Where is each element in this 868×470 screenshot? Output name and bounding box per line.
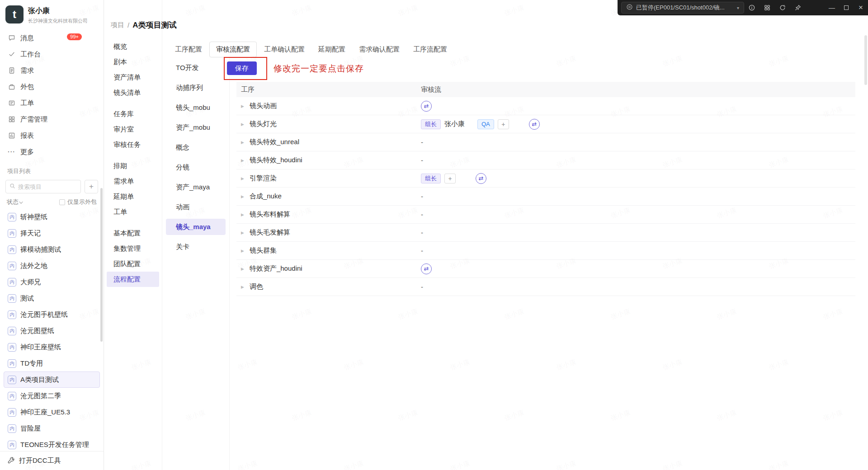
subnav-item[interactable]: TO开发 <box>166 60 226 76</box>
expand-caret-icon[interactable]: ▶ <box>241 176 244 181</box>
menu-item[interactable]: 排期 <box>107 158 159 174</box>
menu-item[interactable]: 团队配置 <box>107 256 159 272</box>
expand-caret-icon[interactable]: ▶ <box>241 122 244 127</box>
project-item[interactable]: 内大师兄 <box>4 274 100 290</box>
nav-item[interactable]: ···更多 <box>0 144 104 160</box>
add-approver-button[interactable]: + <box>498 119 509 129</box>
project-item[interactable]: 内神印王座壁纸 <box>4 339 100 355</box>
minimize-button[interactable]: — <box>825 0 839 15</box>
nav-item[interactable]: 工单 <box>0 95 104 111</box>
nav-item[interactable]: 外包 <box>0 79 104 95</box>
menu-item[interactable]: 延期单 <box>107 189 159 204</box>
subnav-item[interactable]: 概念 <box>166 139 226 155</box>
nav-item[interactable]: 报表 <box>0 127 104 144</box>
report-icon <box>8 132 15 140</box>
menu-item[interactable]: 需求单 <box>107 174 159 189</box>
project-item[interactable]: 内斩神壁纸 <box>4 209 100 225</box>
nav-item-label: 工单 <box>20 99 34 108</box>
only-outsource-checkbox[interactable] <box>59 199 65 205</box>
expand-caret-icon[interactable]: ▶ <box>241 267 244 271</box>
refresh-icon[interactable] <box>775 0 790 15</box>
nav-item-label: 外包 <box>20 83 34 91</box>
render-status-dropdown[interactable]: 已暂停(EP001/SC01/shot002/镜... ▾ <box>621 2 744 14</box>
subnav-item[interactable]: 动画 <box>166 199 226 215</box>
subnav-item[interactable]: 关卡 <box>166 239 226 255</box>
nav-item[interactable]: 需求 <box>0 62 104 79</box>
project-item[interactable]: 内沧元图壁纸 <box>4 323 100 339</box>
maximize-button[interactable] <box>839 0 854 15</box>
menu-item[interactable]: 基本配置 <box>107 226 159 241</box>
save-button[interactable]: 保存 <box>227 61 257 75</box>
expand-caret-icon[interactable]: ▶ <box>241 194 244 199</box>
content-scrollbar[interactable] <box>864 35 867 85</box>
flow-switch-icon[interactable]: ⇄ <box>476 173 486 184</box>
tab[interactable]: 需求确认配置 <box>353 42 406 57</box>
process-group-nav: TO开发动捕序列镜头_mobu资产_mobu概念分镜资产_maya动画镜头_ma… <box>162 56 230 470</box>
project-item[interactable]: 内沧元图手机壁纸 <box>4 306 100 323</box>
add-project-button[interactable]: + <box>85 180 98 193</box>
flow-switch-icon[interactable]: ⇄ <box>421 101 432 112</box>
project-item[interactable]: 内TEONES开发任务管理 <box>4 437 100 453</box>
flow-switch-icon[interactable]: ⇄ <box>421 263 432 274</box>
project-item[interactable]: 内裸模动捕测试 <box>4 241 100 258</box>
project-item[interactable]: 内神印王座_UE5.3 <box>4 404 100 420</box>
project-item[interactable]: 内测试 <box>4 290 100 306</box>
tab[interactable]: 审核流配置 <box>209 42 257 57</box>
role-tag[interactable]: 组长 <box>421 174 441 183</box>
subnav-item[interactable]: 资产_mobu <box>166 119 226 136</box>
open-dcc-tools-button[interactable]: 打开DCC工具 <box>0 451 104 470</box>
menu-item[interactable]: 工单 <box>107 204 159 220</box>
subnav-item[interactable]: 镜头_mobu <box>166 99 226 116</box>
project-search-input[interactable] <box>18 183 77 190</box>
subnav-item[interactable]: 镜头_maya <box>166 219 226 235</box>
project-search[interactable] <box>5 180 81 193</box>
project-item[interactable]: 内沧元图第二季 <box>4 388 100 404</box>
role-tag[interactable]: 组长 <box>421 119 441 129</box>
project-item[interactable]: 内法外之地 <box>4 258 100 274</box>
nav-item[interactable]: 产需管理 <box>0 111 104 127</box>
role-tag[interactable]: QA <box>477 119 494 129</box>
close-button[interactable]: × <box>854 0 868 15</box>
info-icon[interactable] <box>744 0 760 15</box>
sidebar-scrollbar[interactable] <box>100 188 103 342</box>
only-outsource-filter[interactable]: 仅显示外包 <box>59 198 97 206</box>
menu-item[interactable]: 集数管理 <box>107 241 159 256</box>
menu-item[interactable]: 镜头清单 <box>107 85 159 100</box>
apps-icon[interactable] <box>760 0 775 15</box>
breadcrumb-root[interactable]: 项目 <box>111 21 124 29</box>
flow-switch-icon[interactable]: ⇄ <box>529 119 540 130</box>
menu-item[interactable]: 资产清单 <box>107 70 159 85</box>
window-topbar: 已暂停(EP001/SC01/shot002/镜... ▾ — × <box>618 0 868 15</box>
subnav-item[interactable]: 资产_maya <box>166 179 226 195</box>
tab[interactable]: 工序流配置 <box>407 42 453 57</box>
project-item[interactable]: 内冒险屋 <box>4 420 100 437</box>
expand-caret-icon[interactable]: ▶ <box>241 230 244 235</box>
menu-item[interactable]: 剧本 <box>107 54 159 70</box>
add-approver-button[interactable]: + <box>444 174 456 183</box>
subnav-item[interactable]: 动捕序列 <box>166 80 226 96</box>
unread-badge: 99+ <box>67 33 82 40</box>
project-item[interactable]: 内择天记 <box>4 225 100 241</box>
project-item[interactable]: 内A类项目测试 <box>4 371 100 388</box>
menu-item[interactable]: 审核任务 <box>107 137 159 152</box>
expand-caret-icon[interactable]: ▶ <box>241 104 244 108</box>
tab[interactable]: 工序配置 <box>169 42 208 57</box>
project-item[interactable]: 内TD专用 <box>4 355 100 371</box>
subnav-item[interactable]: 分镜 <box>166 159 226 175</box>
nav-item[interactable]: 消息99+ <box>0 30 104 46</box>
expand-caret-icon[interactable]: ▶ <box>241 140 244 145</box>
menu-item[interactable]: 流程配置 <box>107 272 159 287</box>
menu-item[interactable]: 审片室 <box>107 122 159 137</box>
nav-item[interactable]: 工作台 <box>0 46 104 62</box>
pin-icon[interactable] <box>790 0 806 15</box>
expand-caret-icon[interactable]: ▶ <box>241 249 244 253</box>
menu-item[interactable]: 任务库 <box>107 106 159 122</box>
expand-caret-icon[interactable]: ▶ <box>241 212 244 217</box>
menu-item[interactable]: 概览 <box>107 39 159 54</box>
expand-caret-icon[interactable]: ▶ <box>241 285 244 289</box>
tab[interactable]: 延期配置 <box>312 42 352 57</box>
status-filter[interactable]: 状态 <box>7 198 23 206</box>
empty-flow-dash: - <box>421 283 423 291</box>
tab[interactable]: 工单确认配置 <box>258 42 311 57</box>
expand-caret-icon[interactable]: ▶ <box>241 158 244 163</box>
